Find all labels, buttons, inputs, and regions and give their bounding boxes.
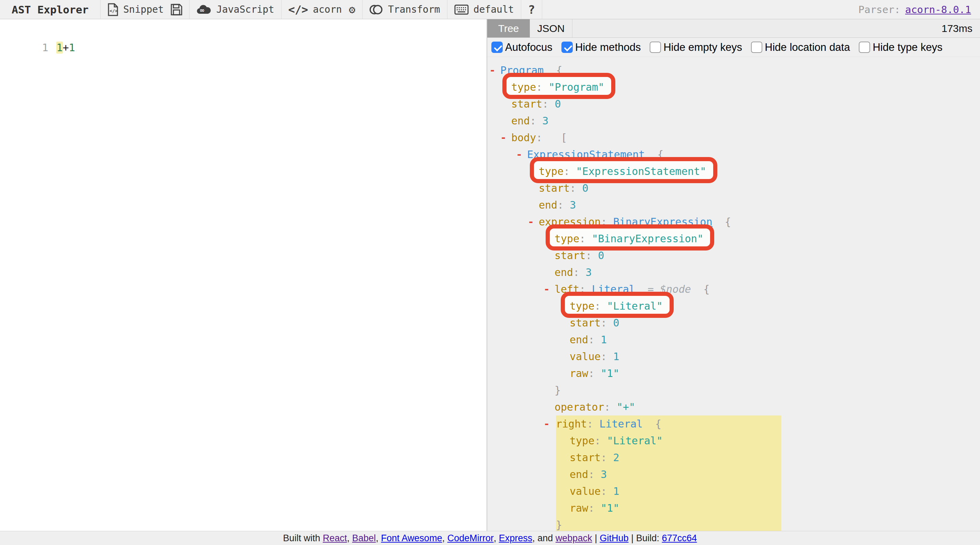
checkbox-hide-empty-keys[interactable]	[650, 41, 661, 53]
collapse-toggle[interactable]: -	[544, 416, 550, 432]
option-label: Hide methods	[575, 41, 641, 54]
prop-value: "BinaryExpression"	[592, 233, 703, 245]
cloud-icon: ∞	[196, 4, 212, 15]
collapse-toggle[interactable]: -	[528, 214, 534, 230]
prop-value: "ExpressionStatement"	[576, 165, 706, 177]
footer-link-codemirror[interactable]: CodeMirror	[447, 533, 494, 543]
prop-value: 0	[555, 98, 561, 110]
tree-prop-row: end: 1	[487, 331, 980, 348]
collapse-toggle[interactable]: -	[489, 62, 495, 79]
tab-json[interactable]: JSON	[530, 19, 573, 37]
main-split: 11+1 Tree JSON 173ms AutofocusHide metho…	[0, 19, 980, 531]
tree-prop-row: value: 1	[556, 483, 781, 500]
ast-tree: -Program {type: "Program"start: 0end: 3-…	[487, 57, 980, 531]
code-editor[interactable]: 11+1	[0, 19, 487, 531]
footer-text: ,	[376, 533, 381, 543]
transform-button[interactable]: Transform	[369, 4, 440, 15]
keymap-button[interactable]: default	[454, 4, 514, 15]
footer-link-babel[interactable]: Babel	[352, 533, 375, 543]
punctuation: :	[536, 81, 548, 93]
save-button[interactable]	[171, 4, 182, 16]
snippet-group: </> Snippet	[100, 0, 189, 19]
punctuation: :	[530, 115, 542, 127]
app-title-group: AST Explorer	[0, 0, 100, 19]
punctuation: {	[713, 216, 731, 228]
tree-prop-row: start: 0	[487, 96, 980, 112]
option-label: Hide empty keys	[663, 41, 742, 54]
toolbar-spacer	[542, 0, 858, 19]
prop-value: "Literal"	[607, 435, 663, 447]
snippet-button[interactable]: </> Snippet	[108, 3, 164, 16]
punctuation: :	[563, 165, 576, 177]
collapse-toggle[interactable]: -	[516, 146, 522, 163]
tree-prop-row: start: 0	[487, 247, 980, 264]
prop-key: operator	[555, 401, 605, 413]
node-key: body	[511, 132, 536, 143]
punctuation: :	[573, 266, 585, 278]
checkbox-hide-location-data[interactable]	[751, 41, 762, 53]
parser-button[interactable]: </> acorn	[288, 3, 342, 16]
code-icon: </>	[288, 3, 309, 16]
prop-value: "+"	[617, 401, 635, 413]
punctuation: }	[555, 384, 561, 396]
parser-version-link[interactable]: acorn-8.0.1	[905, 4, 971, 16]
option-hide-location-data[interactable]: Hide location data	[751, 41, 850, 54]
option-hide-methods[interactable]: Hide methods	[562, 41, 641, 54]
footer-text: | Build:	[628, 533, 662, 543]
collapse-toggle[interactable]: -	[500, 129, 506, 146]
checkbox-hide-methods[interactable]	[562, 41, 573, 53]
tree-prop-row: start: 2	[556, 449, 781, 466]
code-tokens: 1+1	[56, 41, 75, 54]
checkbox-autofocus[interactable]	[492, 41, 503, 53]
tree-prop-row: type: "ExpressionStatement"	[487, 163, 980, 180]
footer-link-github[interactable]: GitHub	[600, 533, 628, 543]
transform-toggle-icon	[369, 4, 383, 15]
option-hide-type-keys[interactable]: Hide type keys	[859, 41, 942, 54]
footer-link-express[interactable]: Express	[499, 533, 533, 543]
collapse-toggle[interactable]: -	[544, 281, 550, 298]
tree-prop-row: start: 0	[487, 314, 980, 331]
prop-key: type	[570, 435, 594, 447]
tree-close-row: }	[487, 382, 980, 398]
keyboard-icon	[454, 5, 469, 15]
tab-tree[interactable]: Tree	[487, 19, 530, 37]
footer-text: |	[592, 533, 600, 543]
punctuation: :	[585, 250, 598, 261]
help-button[interactable]: ?	[528, 3, 535, 16]
tree-prop-row: start: 0	[487, 180, 980, 196]
option-autofocus[interactable]: Autofocus	[492, 41, 552, 54]
footer-link-webpack[interactable]: webpack	[555, 533, 592, 543]
annotation-red-box: type: "Literal"	[570, 298, 663, 314]
prop-value: "1"	[601, 367, 619, 379]
prop-value: "Program"	[548, 81, 605, 93]
footer-link-react[interactable]: React	[323, 533, 347, 543]
prop-key: end	[570, 469, 588, 480]
language-button[interactable]: ∞ JavaScript	[196, 4, 274, 15]
tree-prop-row: raw: "1"	[487, 365, 980, 382]
tree-close-row: }	[556, 516, 781, 531]
footer-link-677cc64[interactable]: 677cc64	[662, 533, 697, 543]
code-token-number: 1	[56, 41, 62, 54]
prop-key: raw	[570, 502, 588, 514]
checkbox-hide-type-keys[interactable]	[859, 41, 870, 53]
ast-panel: Tree JSON 173ms AutofocusHide methodsHid…	[487, 19, 980, 531]
option-hide-empty-keys[interactable]: Hide empty keys	[650, 41, 742, 54]
punctuation: :	[588, 469, 601, 480]
prop-key: end	[570, 334, 588, 346]
tree-prop-row: end: 3	[556, 466, 781, 483]
punctuation: :	[542, 98, 555, 110]
code-line[interactable]: 11+1	[0, 24, 487, 72]
punctuation: :	[588, 502, 601, 514]
tree-prop-row: type: "BinaryExpression"	[487, 230, 980, 247]
node-link-literal[interactable]: Literal	[599, 418, 643, 430]
punctuation: :	[601, 451, 613, 464]
tree-prop-row: end: 3	[487, 196, 980, 214]
prop-key: value	[570, 351, 601, 363]
gear-icon[interactable]: ⚙	[349, 3, 355, 16]
prop-value: 3	[601, 469, 607, 480]
node-key: right	[556, 418, 587, 430]
footer-text: Built with	[283, 533, 323, 543]
footer-link-font-awesome[interactable]: Font Awesome	[381, 533, 442, 543]
punctuation: :	[588, 367, 601, 379]
punctuation: :	[594, 435, 607, 447]
